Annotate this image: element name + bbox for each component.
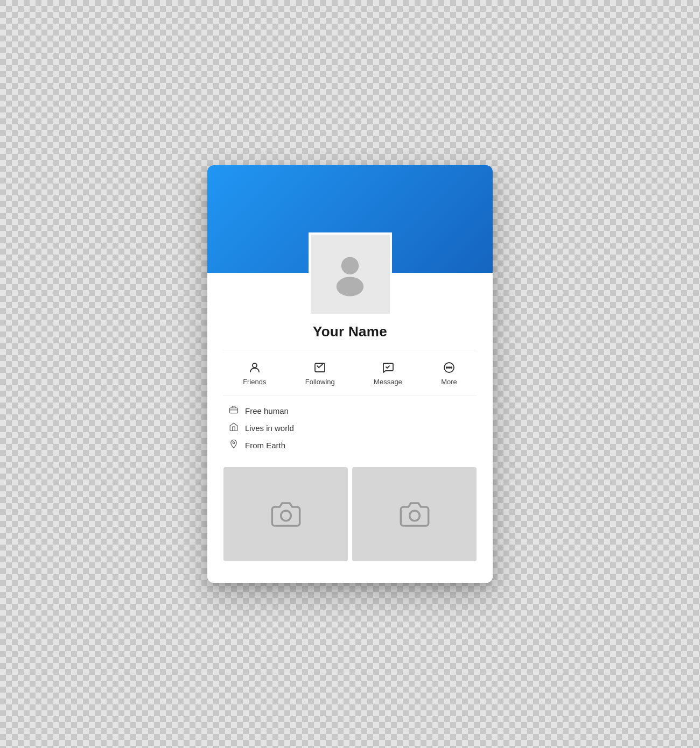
camera-icon-1 (271, 499, 301, 530)
camera-icon-2 (400, 499, 430, 530)
svg-rect-3 (315, 363, 325, 372)
work-text: Free human (245, 406, 289, 415)
more-label: More (441, 378, 457, 386)
home-text: Lives in world (245, 424, 294, 433)
user-name: Your Name (313, 323, 387, 340)
message-button[interactable]: Message (365, 357, 411, 389)
home-info: Lives in world (229, 422, 471, 434)
photo-1[interactable] (223, 467, 348, 561)
person-icon (247, 360, 262, 375)
svg-point-6 (449, 367, 450, 368)
svg-point-0 (341, 257, 359, 274)
message-icon (380, 360, 395, 375)
svg-point-10 (233, 442, 235, 444)
svg-point-12 (409, 511, 419, 521)
following-button[interactable]: Following (297, 357, 344, 389)
briefcase-icon (229, 405, 239, 417)
svg-rect-8 (230, 408, 238, 413)
avatar-placeholder-icon (311, 235, 390, 314)
location-info: From Earth (229, 439, 471, 451)
photos-grid (223, 462, 477, 572)
more-icon (442, 360, 457, 375)
svg-point-11 (281, 511, 291, 521)
location-icon (229, 439, 239, 451)
photo-2[interactable] (352, 467, 477, 561)
profile-section: Your Name Friends (207, 273, 493, 583)
more-button[interactable]: More (432, 357, 466, 389)
friends-button[interactable]: Friends (234, 357, 275, 389)
svg-point-7 (451, 367, 452, 368)
work-info: Free human (229, 405, 471, 417)
location-text: From Earth (245, 441, 285, 450)
following-label: Following (305, 378, 335, 386)
svg-point-1 (337, 277, 363, 296)
message-label: Message (374, 378, 402, 386)
info-section: Free human Lives in world (223, 396, 477, 462)
following-icon (312, 360, 327, 375)
action-buttons: Friends Following Mess (223, 350, 477, 396)
home-icon (229, 422, 239, 434)
friends-label: Friends (243, 378, 266, 386)
svg-point-5 (446, 367, 447, 368)
profile-card: Your Name Friends (207, 165, 493, 583)
avatar (309, 232, 392, 316)
svg-point-2 (253, 363, 257, 368)
